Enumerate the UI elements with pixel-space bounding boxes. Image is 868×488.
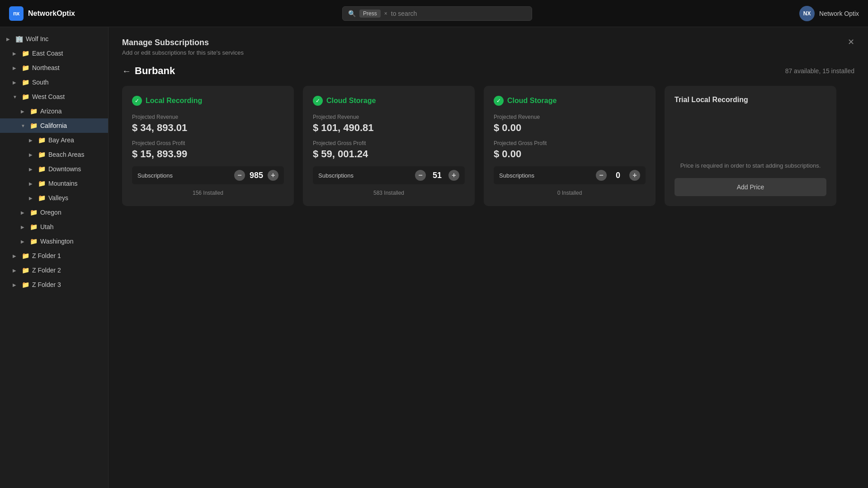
sidebar-item-arizona[interactable]: ▶ 📁 Arizona	[0, 104, 108, 118]
card-cloud-storage-1: ✓ Cloud Storage Projected Revenue $ 101,…	[303, 86, 475, 206]
sidebar-item-washington[interactable]: ▶ 📁 Washington	[0, 234, 108, 249]
card-local-recording: ✓ Local Recording Projected Revenue $ 34…	[122, 86, 294, 206]
folder-icon: 📁	[38, 151, 46, 158]
folder-icon: 📁	[22, 93, 29, 100]
sidebar-item-northeast[interactable]: ▶ 📁 Northeast	[0, 61, 108, 75]
add-price-button[interactable]: Add Price	[675, 178, 826, 196]
layout: ▶ 🏢 Wolf Inc ▶ 📁 East Coast ▶ 📁 Northeas…	[0, 27, 868, 488]
decrease-button[interactable]: −	[415, 170, 426, 181]
sidebar-label-z-folder-3: Z Folder 3	[32, 281, 102, 288]
folder-icon: 📁	[38, 194, 46, 202]
chevron-down-icon: ▼	[13, 94, 19, 99]
availability-text: 87 available, 15 installed	[785, 67, 854, 75]
location-name: Burbank	[135, 65, 175, 77]
card-header: ✓ Cloud Storage	[313, 96, 465, 106]
decrease-button[interactable]: −	[234, 170, 245, 181]
app-logo: nx	[9, 6, 24, 21]
installed-count: 583 Installed	[313, 190, 465, 196]
brand-name: NetworkOptix	[28, 9, 75, 18]
main-panel: Manage Subscriptions Add or edit subscri…	[108, 27, 868, 488]
chevron-icon: ▶	[13, 51, 19, 56]
folder-icon: 📁	[30, 223, 38, 230]
chevron-icon: ▶	[29, 167, 35, 172]
sidebar-item-downtowns[interactable]: ▶ 📁 Downtowns	[0, 162, 108, 176]
check-icon: ✓	[313, 96, 323, 106]
folder-icon: 📁	[22, 50, 29, 57]
subscriptions-label: Subscriptions	[137, 172, 230, 179]
sidebar-item-bay-area[interactable]: ▶ 📁 Bay Area	[0, 133, 108, 147]
close-button[interactable]: ✕	[848, 38, 854, 46]
subscriptions-control: Subscriptions − 985 +	[132, 166, 284, 184]
sidebar-item-oregon[interactable]: ▶ 📁 Oregon	[0, 205, 108, 220]
card-trial-local-recording: Trial Local Recording Price is required …	[665, 86, 836, 206]
folder-icon: 📁	[22, 281, 29, 288]
panel-header-text: Manage Subscriptions Add or edit subscri…	[122, 38, 244, 56]
panel-subtitle: Add or edit subscriptions for this site'…	[122, 49, 244, 56]
sidebar-label-arizona: Arizona	[40, 108, 102, 115]
sidebar-item-south[interactable]: ▶ 📁 South	[0, 75, 108, 89]
sidebar-label-washington: Washington	[40, 238, 102, 245]
cards-row: ✓ Local Recording Projected Revenue $ 34…	[122, 86, 854, 206]
folder-icon: 📁	[22, 252, 29, 259]
trial-card-title: Trial Local Recording	[675, 96, 826, 104]
folder-icon: 📁	[22, 64, 29, 71]
sidebar-label-valleys: Valleys	[48, 194, 102, 202]
chevron-icon: ▶	[21, 210, 27, 215]
check-icon: ✓	[494, 96, 504, 106]
folder-icon: 📁	[22, 267, 29, 274]
sidebar-item-z-folder-2[interactable]: ▶ 📁 Z Folder 2	[0, 263, 108, 277]
installed-count: 156 Installed	[132, 190, 284, 196]
sidebar-item-valleys[interactable]: ▶ 📁 Valleys	[0, 191, 108, 205]
sidebar-label-bay-area: Bay Area	[48, 136, 102, 144]
sidebar-item-mountains[interactable]: ▶ 📁 Mountains	[0, 176, 108, 191]
sidebar-label-california: California	[40, 122, 102, 129]
sidebar-item-z-folder-1[interactable]: ▶ 📁 Z Folder 1	[0, 249, 108, 263]
sidebar-root[interactable]: ▶ 🏢 Wolf Inc	[0, 32, 108, 46]
trial-note: Price is required in order to start addi…	[675, 162, 826, 169]
projected-revenue-label: Projected Revenue	[494, 114, 646, 120]
sidebar-label-oregon: Oregon	[40, 209, 102, 216]
projected-revenue-value: $ 101, 490.81	[313, 122, 465, 134]
projected-gross-value: $ 59, 001.24	[313, 148, 465, 160]
folder-icon: 📁	[30, 108, 38, 115]
sidebar-label-east-coast: East Coast	[32, 50, 102, 57]
chevron-icon: ▶	[13, 80, 19, 85]
projected-gross-label: Projected Gross Profit	[313, 140, 465, 146]
subscriptions-label: Subscriptions	[318, 172, 410, 179]
folder-icon: 📁	[38, 165, 46, 173]
increase-button[interactable]: +	[629, 170, 640, 181]
chevron-icon: ▶	[29, 181, 35, 186]
sidebar-item-beach-areas[interactable]: ▶ 📁 Beach Areas	[0, 147, 108, 162]
sidebar-label-northeast: Northeast	[32, 64, 102, 71]
search-bar[interactable]: 🔍 Press × to search	[342, 6, 532, 21]
folder-icon: 📁	[38, 136, 46, 144]
card-title: Local Recording	[146, 97, 202, 105]
sidebar-label-beach-areas: Beach Areas	[48, 151, 102, 158]
projected-gross-label: Projected Gross Profit	[494, 140, 646, 146]
avatar: NX	[799, 6, 815, 21]
sidebar-label-z-folder-2: Z Folder 2	[32, 267, 102, 274]
sidebar-item-utah[interactable]: ▶ 📁 Utah	[0, 220, 108, 234]
sidebar-item-east-coast[interactable]: ▶ 📁 East Coast	[0, 46, 108, 61]
sidebar-root-label: Wolf Inc	[26, 35, 102, 42]
chevron-icon: ▶	[21, 239, 27, 244]
search-clear-icon[interactable]: ×	[384, 10, 387, 17]
subscriptions-control: Subscriptions − 51 +	[313, 166, 465, 184]
sidebar-item-california[interactable]: ▼ 📁 California	[0, 118, 108, 133]
increase-button[interactable]: +	[448, 170, 459, 181]
sidebar: ▶ 🏢 Wolf Inc ▶ 📁 East Coast ▶ 📁 Northeas…	[0, 27, 108, 488]
sidebar-item-z-folder-3[interactable]: ▶ 📁 Z Folder 3	[0, 277, 108, 292]
sidebar-item-west-coast[interactable]: ▼ 📁 West Coast	[0, 89, 108, 104]
folder-icon: 📁	[22, 79, 29, 86]
topbar: nx NetworkOptix 🔍 Press × to search NX N…	[0, 0, 868, 27]
increase-button[interactable]: +	[268, 170, 278, 181]
subscription-count: 0	[611, 171, 625, 180]
decrease-button[interactable]: −	[596, 170, 607, 181]
sidebar-label-utah: Utah	[40, 223, 102, 230]
subscriptions-control: Subscriptions − 0 +	[494, 166, 646, 184]
sidebar-label-south: South	[32, 79, 102, 86]
panel-title: Manage Subscriptions	[122, 38, 244, 47]
check-icon: ✓	[132, 96, 142, 106]
chevron-icon: ▶	[13, 253, 19, 258]
back-button[interactable]: ← Burbank	[122, 65, 175, 77]
